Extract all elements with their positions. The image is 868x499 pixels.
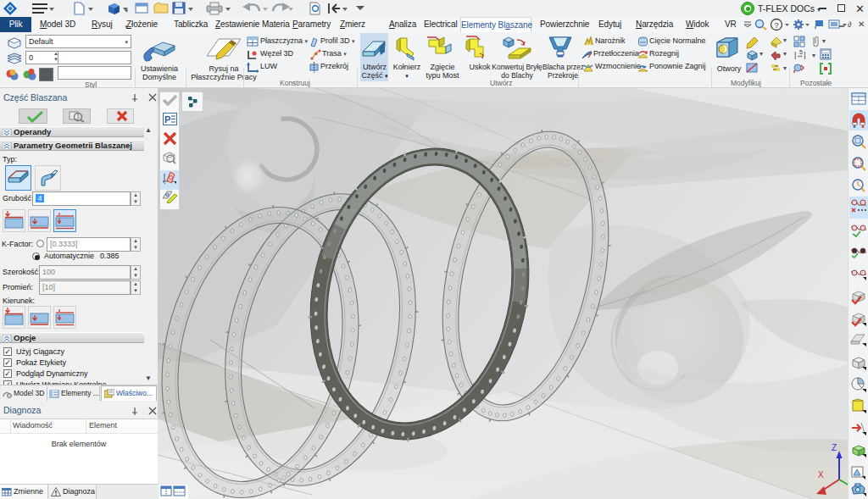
svg-text:▾: ▾ <box>812 52 815 59</box>
svg-text:▾: ▾ <box>822 37 826 45</box>
svg-text:▾: ▾ <box>783 36 787 44</box>
svg-text:5: 5 <box>799 49 803 55</box>
svg-text:∂: ∂ <box>848 20 852 29</box>
svg-text:▾: ▾ <box>783 64 787 72</box>
svg-text:▾: ▾ <box>760 50 763 58</box>
svg-text:P: P <box>164 114 170 125</box>
svg-text:?: ? <box>775 21 779 30</box>
svg-text:X: X <box>818 470 824 480</box>
svg-text:▾: ▾ <box>783 50 787 58</box>
svg-text:Z: Z <box>832 443 837 452</box>
